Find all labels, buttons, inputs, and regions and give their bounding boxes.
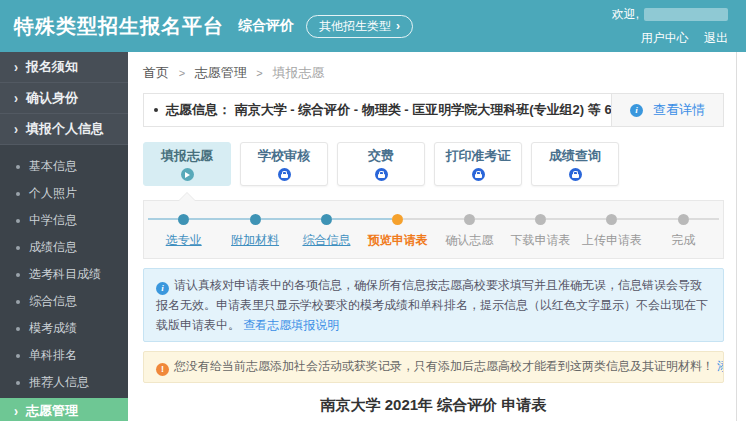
main-content: 首页 > 志愿管理 > 填报志愿 志愿信息： 南京大学 - 综合评价 - 物理类…	[128, 52, 746, 421]
app-subtitle: 综合评价	[238, 17, 294, 35]
volunteer-info-text: 志愿信息： 南京大学 - 综合评价 - 物理类 - 匡亚明学院大理科班(专业组2…	[144, 94, 611, 126]
info-icon: i	[630, 104, 643, 117]
sidebar-item-label: 志愿管理	[26, 402, 78, 420]
step-comprehensive-info: 综合信息	[291, 213, 362, 249]
step-dot	[464, 214, 475, 225]
sidebar-item-enroll-notice[interactable]: › 报名须知	[0, 52, 128, 83]
sidebar-item-volunteer-management[interactable]: › 志愿管理	[0, 398, 128, 421]
lock-icon	[375, 168, 388, 181]
sidebar-item-label: 个人照片	[29, 185, 77, 202]
sidebar: › 报名须知 › 确认身份 › 填报个人信息 基本信息 个人照片 中学信息 成绩…	[0, 52, 128, 421]
bullet-icon	[16, 246, 20, 250]
tab-print-admission-ticket[interactable]: 打印准考证	[434, 142, 522, 186]
tab-fill-volunteer[interactable]: 填报志愿	[143, 142, 231, 186]
bullet-icon	[16, 219, 20, 223]
bullet-icon	[16, 327, 20, 331]
sidebar-item-subject-ranking[interactable]: 单科排名	[0, 342, 128, 369]
sidebar-item-label: 报名须知	[26, 58, 78, 76]
tab-school-review[interactable]: 学校审核	[240, 142, 328, 186]
bullet-icon	[16, 192, 20, 196]
warning-box: !您没有给当前志愿添加社会活动或获奖记录，只有添加后志愿高校才能看到这两类信息及…	[143, 351, 724, 383]
sidebar-item-label: 单科排名	[29, 347, 77, 364]
info-icon: i	[156, 282, 169, 295]
tab-label: 学校审核	[258, 147, 310, 165]
tab-label: 交费	[368, 147, 394, 165]
step-additional-materials: 附加材料	[219, 213, 290, 249]
other-enroll-types-button[interactable]: 其他招生类型 ›	[306, 15, 413, 38]
sidebar-item-label: 综合信息	[29, 293, 77, 310]
step-dot	[535, 214, 546, 225]
breadcrumb-home[interactable]: 首页	[143, 65, 169, 80]
add-comprehensive-info-link[interactable]: 添加综合信息	[717, 359, 724, 373]
volunteer-info-value: 南京大学 - 综合评价 - 物理类 - 匡亚明学院大理科班(专业组2) 等 6 …	[235, 101, 611, 119]
volunteer-info-bar: 志愿信息： 南京大学 - 综合评价 - 物理类 - 匡亚明学院大理科班(专业组2…	[143, 93, 724, 127]
view-instructions-link[interactable]: 查看志愿填报说明	[243, 318, 339, 332]
sidebar-item-personal-photo[interactable]: 个人照片	[0, 180, 128, 207]
step-dot	[250, 214, 261, 225]
step-label[interactable]: 综合信息	[302, 232, 350, 249]
tab-label: 成绩查询	[549, 147, 601, 165]
sidebar-item-label: 推荐人信息	[29, 374, 89, 391]
bullet-icon	[16, 354, 20, 358]
welcome-text: 欢迎,	[612, 6, 639, 23]
app-header: 特殊类型招生报名平台 综合评价 其他招生类型 › 欢迎, 用户中心 退出	[0, 0, 746, 52]
tab-score-query[interactable]: 成绩查询	[531, 142, 619, 186]
sidebar-item-personal-info[interactable]: › 填报个人信息	[0, 114, 128, 145]
sidebar-item-score-info[interactable]: 成绩信息	[0, 234, 128, 261]
sidebar-sub-menu: 基本信息 个人照片 中学信息 成绩信息 选考科目成绩 综合信息 模考成绩 单科排…	[0, 145, 128, 396]
sidebar-item-label: 选考科目成绩	[29, 266, 101, 283]
application-form-title: 南京大学 2021年 综合评价 申请表	[143, 396, 724, 415]
breadcrumb-volunteer-management[interactable]: 志愿管理	[195, 65, 247, 80]
warning-text: 您没有给当前志愿添加社会活动或获奖记录，只有添加后志愿高校才能看到这两类信息及其…	[174, 359, 714, 373]
header-right: 欢迎, 用户中心 退出	[612, 6, 728, 47]
breadcrumb-separator: >	[179, 67, 185, 79]
step-dot	[606, 214, 617, 225]
sidebar-item-label: 中学信息	[29, 212, 77, 229]
sidebar-item-label: 确认身份	[26, 89, 78, 107]
process-tabs: 填报志愿 学校审核 交费 打印准考证 成绩查询	[143, 142, 724, 186]
tab-label: 打印准考证	[446, 147, 511, 165]
sidebar-item-confirm-identity[interactable]: › 确认身份	[0, 83, 128, 114]
step-confirm-volunteer: 确认志愿	[434, 213, 505, 249]
sidebar-item-comprehensive-info[interactable]: 综合信息	[0, 288, 128, 315]
header-left: 特殊类型招生报名平台 综合评价 其他招生类型 ›	[14, 13, 413, 40]
step-label: 上传申请表	[582, 232, 642, 249]
play-icon	[181, 168, 194, 181]
chevron-right-icon: ›	[14, 90, 18, 107]
breadcrumb-separator: >	[256, 67, 262, 79]
sidebar-item-label: 模考成绩	[29, 320, 77, 337]
step-label: 下载申请表	[511, 232, 571, 249]
logout-link[interactable]: 退出	[704, 31, 728, 45]
volunteer-info-label: 志愿信息：	[166, 101, 231, 119]
username-redacted	[644, 8, 728, 21]
view-details-button[interactable]: i 查看详情	[611, 94, 723, 126]
sidebar-item-recommender-info[interactable]: 推荐人信息	[0, 369, 128, 396]
notice-text: 请认真核对申请表中的各项信息，确保所有信息按志愿高校要求填写并且准确无误，信息错…	[156, 278, 708, 332]
step-label[interactable]: 选专业	[166, 232, 202, 249]
step-label[interactable]: 附加材料	[231, 232, 279, 249]
step-label: 确认志愿	[445, 232, 493, 249]
chevron-right-icon: ›	[14, 121, 18, 138]
view-details-link: 查看详情	[653, 101, 705, 119]
chevron-right-icon: ›	[396, 19, 400, 33]
sidebar-item-basic-info[interactable]: 基本信息	[0, 153, 128, 180]
chevron-right-icon: ›	[14, 59, 18, 76]
bullet-icon	[16, 165, 20, 169]
step-dot	[678, 214, 689, 225]
step-label: 预览申请表	[368, 232, 428, 249]
tab-payment[interactable]: 交费	[337, 142, 425, 186]
step-preview-application: 预览申请表	[362, 213, 433, 249]
lock-icon	[569, 168, 582, 181]
steps-panel: 选专业 附加材料 综合信息 预览申请表 确认志愿 下载申请表	[143, 200, 724, 259]
scrollbar-track[interactable]	[736, 52, 737, 421]
sidebar-item-school-info[interactable]: 中学信息	[0, 207, 128, 234]
breadcrumb: 首页 > 志愿管理 > 填报志愿	[143, 64, 724, 82]
user-center-link[interactable]: 用户中心	[641, 31, 689, 45]
sidebar-item-subject-scores[interactable]: 选考科目成绩	[0, 261, 128, 288]
lock-icon	[278, 168, 291, 181]
notice-box: i请认真核对申请表中的各项信息，确保所有信息按志愿高校要求填写并且准确无误，信息…	[143, 268, 724, 342]
step-complete: 完成	[648, 213, 719, 249]
bullet-icon	[154, 108, 158, 112]
lock-icon	[472, 168, 485, 181]
sidebar-item-mock-scores[interactable]: 模考成绩	[0, 315, 128, 342]
